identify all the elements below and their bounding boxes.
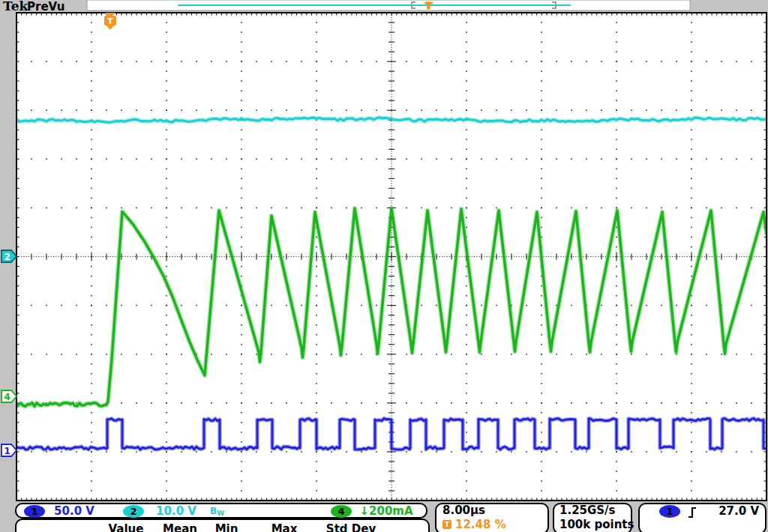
tek-logo: Tek <box>3 0 28 13</box>
meas-header-min: Min <box>204 522 249 532</box>
ch4-number: 4 <box>338 506 344 517</box>
ch2-number: 2 <box>130 506 136 517</box>
timebase-scale: 8.00µs <box>442 504 485 517</box>
record-length: 100k points <box>560 519 634 531</box>
trigger-position-icon: T <box>442 520 452 529</box>
channel-tag-label: 4 <box>4 391 10 402</box>
scope-display: T241 <box>0 0 768 532</box>
channel-readout-bar[interactable]: 1 50.0 V 2 10.0 V BW 4 ↓200mA <box>15 503 428 519</box>
ch2-scale: 10.0 V <box>152 505 201 518</box>
trigger-source-number: 1 <box>666 506 673 517</box>
acquisition-mode-label: PreVu <box>27 0 64 13</box>
ch1-number: 1 <box>31 506 38 517</box>
channel-tag-4[interactable]: 4 <box>2 390 16 402</box>
rising-edge-icon <box>686 506 700 519</box>
meas-header-mean: Mean <box>158 522 202 532</box>
trigger-position-percent: 12.48 % <box>455 519 506 531</box>
ch1-badge: 1 <box>24 505 45 518</box>
trigger-readout-box[interactable]: 1 27.0 V <box>638 503 766 532</box>
channel-tag-label: 1 <box>4 445 10 456</box>
ch4-scale: ↓200mA <box>354 505 418 518</box>
trigger-flag-label: T <box>107 16 113 26</box>
meas-header-max: Max <box>262 522 307 532</box>
horizontal-readout-box[interactable]: 8.00µs T 12.48 % <box>435 503 549 532</box>
trigger-source-badge: 1 <box>659 505 680 518</box>
channel-tag-1[interactable]: 1 <box>2 444 16 456</box>
trigger-level: 27.0 V <box>718 505 759 518</box>
meas-header-stddev: Std Dev <box>321 522 381 532</box>
oscilloscope-screen: T241 Tek PreVu 1 50.0 V 2 10.0 V BW 4 ↓2… <box>0 0 768 532</box>
acquisition-readout-box[interactable]: 1.25GS/s 100k points <box>553 503 632 532</box>
ch2-badge: 2 <box>123 505 144 518</box>
ch4-badge: 4 <box>331 505 352 518</box>
meas-header-value: Value <box>104 522 148 532</box>
measurement-table: Value Mean Min Max Std Dev <box>15 519 430 532</box>
ch2-bandwidth-limit-icon: BW <box>210 505 224 520</box>
channel-tag-label: 2 <box>4 251 10 262</box>
record-view-bar <box>87 0 690 10</box>
ch1-scale: 50.0 V <box>50 505 99 518</box>
sample-rate: 1.25GS/s <box>560 504 616 517</box>
channel-tag-2[interactable]: 2 <box>2 250 16 262</box>
